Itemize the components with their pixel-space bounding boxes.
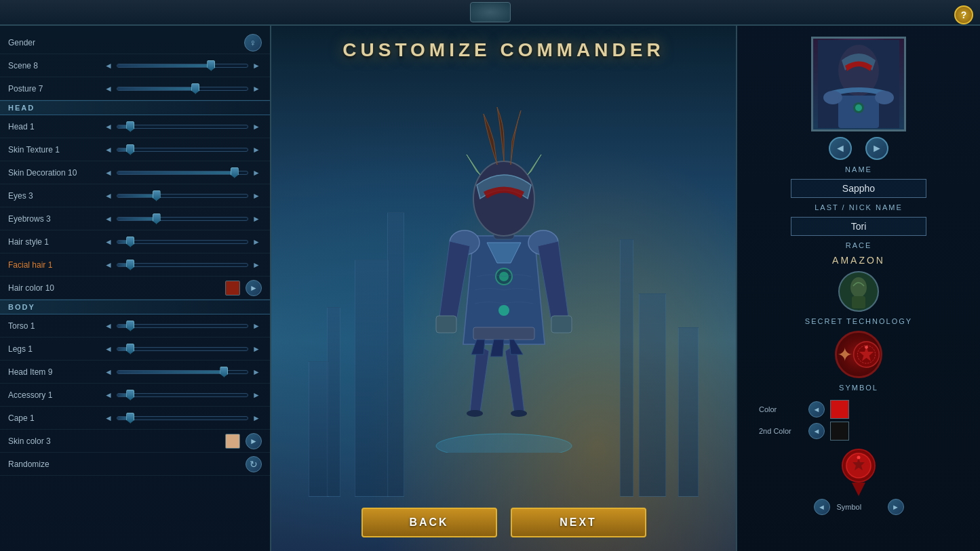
slider-left-eyebrows[interactable]: ◄ bbox=[103, 213, 114, 224]
slider-thumb-facial-hair bbox=[126, 260, 134, 270]
svg-point-18 bbox=[823, 91, 842, 104]
slider-track-scene[interactable] bbox=[117, 64, 248, 68]
svg-point-10 bbox=[473, 161, 534, 236]
slider-track-skin-texture[interactable] bbox=[117, 148, 248, 152]
slider-thumb-torso bbox=[126, 321, 134, 331]
second-color-swatch[interactable] bbox=[830, 422, 849, 441]
color-next-btn-hair-color[interactable]: ► bbox=[246, 280, 262, 296]
slider-left-cape[interactable]: ◄ bbox=[103, 413, 114, 424]
symbol-next-button[interactable]: ► bbox=[888, 499, 904, 515]
slider-track-facial-hair[interactable] bbox=[117, 263, 248, 267]
slider-thumb-eyebrows bbox=[153, 213, 161, 224]
slider-thumb-accessory bbox=[126, 390, 134, 401]
slider-track-eyes[interactable] bbox=[117, 194, 248, 198]
label-randomize: Randomize bbox=[8, 460, 103, 469]
portrait-prev-button[interactable]: ◄ bbox=[829, 137, 852, 160]
back-button[interactable]: BACK bbox=[361, 508, 497, 537]
color-swatch[interactable] bbox=[830, 400, 849, 419]
svg-point-0 bbox=[436, 434, 572, 453]
slider-left-accessory[interactable]: ◄ bbox=[103, 390, 114, 401]
slider-container-skin-decoration: ◄► bbox=[103, 167, 262, 178]
slider-container-eyebrows: ◄► bbox=[103, 213, 262, 224]
slider-right-eyebrows[interactable]: ► bbox=[251, 213, 262, 224]
svg-point-27 bbox=[857, 456, 861, 460]
symbol-nav-label: Symbol bbox=[837, 503, 881, 511]
slider-right-eyes[interactable]: ► bbox=[251, 190, 262, 201]
color-section: Color ◄ 2nd Color ◄ bbox=[745, 397, 972, 443]
slider-right-legs[interactable]: ► bbox=[251, 344, 262, 354]
slider-left-torso[interactable]: ◄ bbox=[103, 321, 114, 331]
slider-fill-head-item bbox=[117, 371, 224, 373]
slider-right-accessory[interactable]: ► bbox=[251, 390, 262, 401]
slider-right-skin-decoration[interactable]: ► bbox=[251, 167, 262, 178]
slider-left-legs[interactable]: ◄ bbox=[103, 344, 114, 354]
slider-right-head-item[interactable]: ► bbox=[251, 367, 262, 377]
svg-point-21 bbox=[850, 277, 867, 298]
slider-right-head[interactable]: ► bbox=[251, 121, 262, 132]
slider-left-posture[interactable]: ◄ bbox=[103, 83, 114, 94]
slider-right-torso[interactable]: ► bbox=[251, 321, 262, 331]
slider-left-head-item[interactable]: ◄ bbox=[103, 367, 114, 377]
slider-thumb-legs bbox=[126, 344, 134, 354]
svg-point-19 bbox=[875, 91, 894, 104]
slider-track-hair-style[interactable] bbox=[117, 240, 248, 244]
slider-track-eyebrows[interactable] bbox=[117, 217, 248, 221]
second-color-prev-button[interactable]: ◄ bbox=[808, 423, 825, 439]
label-skin-texture: Skin Texture 1 bbox=[8, 145, 103, 155]
slider-track-cape[interactable] bbox=[117, 416, 248, 420]
character-area bbox=[368, 66, 640, 473]
slider-left-hair-style[interactable]: ◄ bbox=[103, 237, 114, 247]
randomize-button[interactable]: ↻ bbox=[246, 456, 262, 472]
slider-track-head[interactable] bbox=[117, 125, 248, 129]
row-torso: Torso 1◄► bbox=[0, 314, 270, 338]
slider-left-scene[interactable]: ◄ bbox=[103, 60, 114, 71]
slider-track-skin-decoration[interactable] bbox=[117, 171, 248, 175]
color-prev-button[interactable]: ◄ bbox=[808, 401, 825, 417]
slider-right-hair-style[interactable]: ► bbox=[251, 237, 262, 247]
svg-point-1 bbox=[467, 410, 483, 417]
name-input[interactable] bbox=[791, 179, 926, 198]
second-color-label: 2nd Color bbox=[759, 427, 803, 435]
slider-track-head-item[interactable] bbox=[117, 370, 248, 374]
slider-fill-scene bbox=[117, 64, 211, 67]
slider-right-cape[interactable]: ► bbox=[251, 413, 262, 424]
slider-container-scene: ◄► bbox=[103, 60, 262, 71]
next-button[interactable]: NEXT bbox=[511, 508, 646, 537]
slider-right-scene[interactable]: ► bbox=[251, 60, 262, 71]
commander-portrait bbox=[811, 37, 906, 131]
race-portrait[interactable] bbox=[838, 271, 879, 312]
row-scene: Scene 8◄► bbox=[0, 54, 270, 77]
gender-button[interactable]: ♀ bbox=[244, 34, 262, 52]
slider-left-eyes[interactable]: ◄ bbox=[103, 190, 114, 201]
secret-tech-svg bbox=[852, 338, 880, 371]
slider-thumb-posture bbox=[191, 83, 199, 94]
svg-point-12 bbox=[498, 305, 509, 316]
color-next-btn-skin-color[interactable]: ► bbox=[246, 433, 262, 449]
portrait-next-button[interactable]: ► bbox=[865, 137, 888, 160]
label-eyes: Eyes 3 bbox=[8, 191, 103, 201]
secret-tech-badge[interactable] bbox=[835, 331, 882, 378]
row-skin-texture: Skin Texture 1◄► bbox=[0, 138, 270, 161]
slider-track-accessory[interactable] bbox=[117, 393, 248, 397]
slider-right-skin-texture[interactable]: ► bbox=[251, 144, 262, 155]
slider-left-facial-hair[interactable]: ◄ bbox=[103, 260, 114, 270]
svg-rect-8 bbox=[551, 316, 572, 333]
label-skin-color: Skin color 3 bbox=[8, 436, 103, 446]
slider-thumb-cape bbox=[126, 413, 134, 424]
slider-left-skin-decoration[interactable]: ◄ bbox=[103, 167, 114, 178]
symbol-prev-button[interactable]: ◄ bbox=[814, 499, 830, 515]
bottom-buttons: BACK NEXT bbox=[361, 508, 646, 537]
slider-track-torso[interactable] bbox=[117, 324, 248, 328]
slider-track-legs[interactable] bbox=[117, 347, 248, 351]
slider-left-skin-texture[interactable]: ◄ bbox=[103, 144, 114, 155]
slider-left-head[interactable]: ◄ bbox=[103, 121, 114, 132]
row-gender: Gender♀ bbox=[0, 31, 270, 54]
secret-tech-label: SECRET TECHNOLOGY bbox=[805, 317, 912, 325]
last-nick-input[interactable] bbox=[791, 217, 926, 236]
slider-right-posture[interactable]: ► bbox=[251, 83, 262, 94]
slider-right-facial-hair[interactable]: ► bbox=[251, 260, 262, 270]
slider-container-legs: ◄► bbox=[103, 344, 262, 354]
slider-track-posture[interactable] bbox=[117, 87, 248, 91]
help-button[interactable]: ? bbox=[954, 5, 973, 24]
name-label: NAME bbox=[845, 165, 872, 174]
